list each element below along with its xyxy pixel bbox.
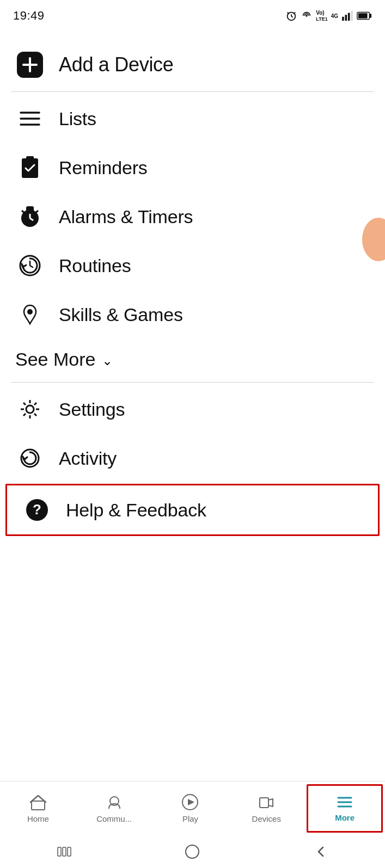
svg-point-52 — [186, 845, 199, 858]
svg-point-29 — [26, 405, 34, 413]
battery-icon — [357, 11, 372, 21]
nav-item-devices[interactable]: Devices — [228, 788, 304, 829]
svg-line-34 — [23, 403, 26, 405]
add-device-row[interactable]: Add a Device — [0, 40, 385, 89]
volte-icon: Vo)LTE1 — [316, 10, 327, 22]
more-icon — [336, 795, 353, 810]
gear-icon — [16, 396, 44, 423]
see-more-row[interactable]: See More ⌄ — [0, 339, 385, 380]
status-time: 19:49 — [13, 9, 45, 23]
alarms-label: Alarms & Timers — [59, 206, 193, 227]
reminders-icon — [16, 154, 44, 181]
menu-item-reminders[interactable]: Reminders — [0, 143, 385, 192]
main-content: Add a Device Lists Reminders — [0, 29, 385, 536]
svg-point-5 — [305, 15, 308, 17]
svg-line-36 — [34, 403, 36, 405]
menu-item-help[interactable]: ? Help & Feedback — [7, 485, 378, 534]
bottom-nav: Home Commu... Play Devices — [0, 781, 385, 835]
svg-rect-41 — [32, 801, 45, 810]
list-icon — [16, 105, 44, 132]
reminders-label: Reminders — [59, 157, 148, 178]
menu-item-routines[interactable]: Routines — [0, 241, 385, 290]
signal-icon — [341, 11, 353, 21]
help-feedback-label: Help & Feedback — [66, 500, 206, 521]
divider-top — [11, 91, 374, 92]
settings-label: Settings — [59, 399, 125, 420]
nav-item-more-highlighted: More — [307, 784, 383, 833]
community-nav-label: Commu... — [96, 814, 132, 823]
svg-rect-20 — [26, 156, 34, 161]
svg-line-37 — [23, 414, 26, 416]
alarm-status-icon — [285, 10, 297, 22]
svg-rect-26 — [26, 206, 34, 212]
activity-icon — [16, 445, 44, 472]
help-feedback-highlighted: ? Help & Feedback — [5, 484, 380, 536]
skills-icon — [16, 301, 44, 328]
svg-line-4 — [294, 13, 296, 14]
home-icon — [29, 793, 47, 811]
menu-item-settings[interactable]: Settings — [0, 385, 385, 434]
svg-rect-45 — [260, 798, 268, 808]
back-button[interactable] — [307, 844, 334, 860]
svg-rect-12 — [358, 13, 368, 18]
alarm-menu-icon — [16, 203, 44, 230]
devices-nav-label: Devices — [252, 814, 281, 823]
svg-rect-8 — [348, 13, 350, 21]
menu-item-activity[interactable]: Activity — [0, 434, 385, 483]
community-icon — [106, 793, 123, 811]
status-icons: Vo)LTE1 4G — [285, 10, 372, 22]
hotspot-status-icon — [301, 10, 313, 22]
divider-middle — [11, 382, 374, 383]
more-nav-label: More — [335, 813, 355, 822]
play-nav-label: Play — [182, 814, 198, 823]
lists-label: Lists — [59, 108, 96, 130]
network-icon: 4G — [331, 13, 338, 19]
routines-icon — [16, 252, 44, 279]
recent-apps-button[interactable] — [51, 844, 78, 860]
svg-line-3 — [288, 13, 289, 14]
svg-rect-9 — [351, 11, 353, 21]
svg-rect-7 — [345, 15, 347, 21]
svg-line-35 — [34, 414, 36, 416]
routines-label: Routines — [59, 255, 131, 276]
svg-rect-49 — [58, 847, 61, 856]
nav-item-home[interactable]: Home — [0, 788, 76, 829]
see-more-label: See More — [15, 349, 95, 370]
help-icon: ? — [23, 496, 51, 524]
add-device-icon — [16, 51, 44, 79]
svg-line-2 — [291, 16, 293, 17]
nav-item-more[interactable]: More — [308, 789, 381, 828]
add-device-icon-wrap — [15, 50, 45, 79]
nav-item-play[interactable]: Play — [152, 788, 229, 829]
menu-item-alarms[interactable]: Alarms & Timers — [0, 192, 385, 241]
menu-item-skills[interactable]: Skills & Games — [0, 290, 385, 339]
svg-text:?: ? — [33, 501, 41, 518]
menu-item-lists[interactable]: Lists — [0, 94, 385, 143]
svg-rect-51 — [68, 847, 71, 856]
svg-line-24 — [22, 211, 25, 213]
home-nav-label: Home — [27, 814, 49, 823]
activity-label: Activity — [59, 448, 117, 469]
home-button[interactable] — [179, 844, 206, 860]
svg-rect-50 — [63, 847, 66, 856]
svg-line-25 — [35, 211, 38, 213]
skills-label: Skills & Games — [59, 304, 183, 325]
svg-rect-11 — [369, 14, 371, 17]
play-icon — [181, 793, 199, 811]
status-bar: 19:49 Vo)LTE1 4G — [0, 0, 385, 29]
system-bar — [0, 835, 385, 868]
devices-icon — [258, 793, 275, 811]
svg-rect-6 — [342, 17, 344, 21]
chevron-down-icon: ⌄ — [102, 353, 113, 368]
svg-marker-44 — [188, 799, 194, 805]
nav-item-community[interactable]: Commu... — [76, 788, 152, 829]
add-device-label: Add a Device — [59, 53, 174, 76]
svg-point-28 — [27, 309, 33, 315]
